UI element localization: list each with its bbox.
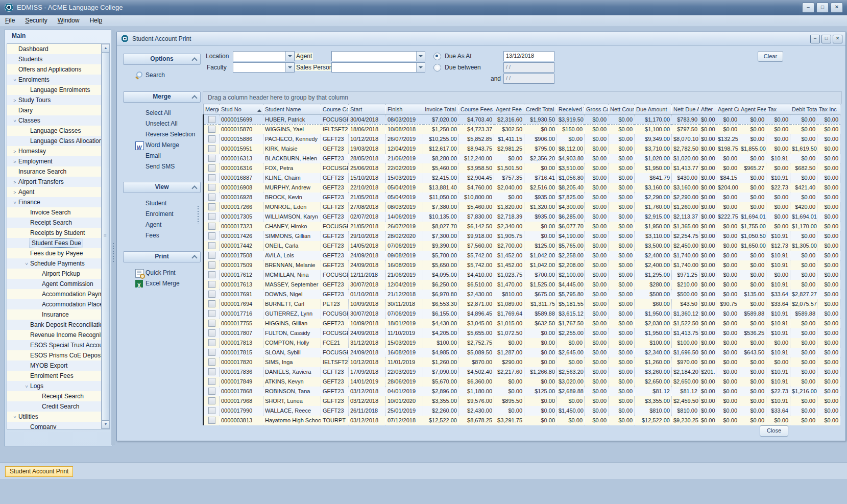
column-header-tax-inc[interactable]: Tax Inc [817,104,840,115]
table-row[interactable]: 0000017694BURNETT, CarlPET2310/09/201830… [204,299,840,309]
sidebar-item-enrolment-fees[interactable]: Enrolment Fees [7,371,102,381]
collapse-icon[interactable]: > [21,260,32,268]
sidebar-item-logs[interactable]: >Logs [7,381,102,391]
merge-item-email[interactable]: Email [123,151,201,161]
collapse-icon[interactable]: > [10,199,20,206]
clear-button[interactable]: Clear [758,51,783,62]
sidebar-item-bank-deposit-reconciliation[interactable]: Bank Deposit Reconciliation [7,320,102,330]
column-header-student-name[interactable]: Student Name [263,104,321,115]
sidebar-item-myob-export[interactable]: MYOB Export [7,361,102,371]
menu-help[interactable]: Help [84,15,107,24]
table-row[interactable]: 0000017305WILLIAMSON, KarynGEFT2302/07/2… [204,212,840,222]
panel-splitter-grip[interactable] [198,206,199,224]
sales-person-dropdown-icon[interactable] [416,63,425,72]
panel-options-header[interactable]: Options [123,54,201,65]
table-row[interactable]: 0000017508AVILA, LoisGEFT2324/09/201809/… [204,251,840,260]
due-as-at-date[interactable]: 13/12/2018 [503,51,554,61]
table-row[interactable]: 0000015886PACHECO, KennedyGEFT2310/12/20… [204,134,840,144]
tab-student-account-print[interactable]: Student Account Print [5,466,73,477]
print-item-quick-print[interactable]: Quick Print [123,268,201,278]
sidebar-item-credit-search[interactable]: Credit Search [7,401,102,412]
sidebar-item-language-enrolments[interactable]: Language Enrolments [7,85,102,95]
sidebar-item-esos-prisms-coe-deposit-export[interactable]: ESOS Prisms CoE Deposit Export [7,350,102,361]
column-header-nett-cours[interactable]: Nett Cours [609,104,635,115]
merge-checkbox[interactable] [208,252,215,259]
scroll-up-icon[interactable]: ▲ [102,44,110,53]
sidebar-item-receipt-search[interactable]: Receipt Search [7,391,102,401]
print-item-excel-merge[interactable]: Excel Merge [123,278,201,289]
merge-checkbox[interactable] [208,368,215,375]
merge-checkbox[interactable] [208,388,215,395]
merge-checkbox[interactable] [208,339,215,346]
column-header-agent-cr[interactable]: Agent Cr [716,104,739,115]
column-header-agent-fee[interactable]: Agent Fee [494,104,524,115]
table-row[interactable]: 0000016928BROCK, KevinGEFT2321/05/201805… [204,193,840,202]
view-item-enrolment[interactable]: Enrolment [123,209,201,220]
column-header-course-fees[interactable]: Course Fees [459,104,494,115]
group-by-bar[interactable]: Drag a column header here to group by th… [203,91,842,104]
table-row[interactable]: 0000017868ROBINSON, TanaGEFT2303/12/2018… [204,387,840,396]
scroll-thumb[interactable] [102,52,110,421]
merge-checkbox[interactable] [208,310,215,317]
expand-icon[interactable]: > [11,147,18,156]
table-row[interactable]: 0000017691DOWNS, NigelGEFT2301/10/201821… [204,290,840,299]
sidebar-item-company[interactable]: Company [7,422,102,429]
sidebar-item-receipt-search[interactable]: Receipt Search [7,218,102,228]
column-header-merge[interactable]: Merge [204,104,220,115]
merge-checkbox[interactable] [208,203,215,210]
table-row[interactable]: 0000017968SHORT, LuneaGEFT2303/12/201810… [204,396,840,406]
expand-icon[interactable]: > [11,177,18,187]
merge-checkbox[interactable] [208,126,215,133]
sidebar-item-homestay[interactable]: >Homestay [7,146,102,156]
sidebar-item-schedule-payments[interactable]: >Schedule Payments [7,258,102,269]
merge-checkbox[interactable] [208,329,215,337]
child-maximize-icon[interactable]: □ [821,35,831,43]
column-header-nett-due-a[interactable]: Nett Due A [672,104,699,115]
merge-item-unselect-all[interactable]: Unselect All [123,118,201,129]
sidebar-item-dashboard[interactable]: Dashboard [7,44,102,54]
table-row[interactable]: 0000017442ONEIL, CarlaGEFT2314/05/201807… [204,241,840,251]
merge-checkbox[interactable] [208,349,215,356]
table-row[interactable]: 0000017266MONROE, EdenGEFT2327/08/201808… [204,202,840,212]
table-row[interactable]: 0000003813Hayatomo High SchoolTOURPT03/1… [204,416,840,425]
sales-person-select[interactable] [331,62,425,73]
merge-checkbox[interactable] [208,271,215,278]
close-icon[interactable]: ✕ [831,3,843,13]
table-row[interactable]: 0000017990WALLACE, ReeceGEFT2326/11/2018… [204,406,840,416]
merge-checkbox[interactable] [208,223,215,230]
sidebar-item-receipts-by-student[interactable]: Receipts by Student [7,228,102,238]
table-row[interactable]: 0000016887KLINE, ChaimGEFT2315/10/201815… [204,173,840,183]
sidebar-item-airport-transfers[interactable]: >Airport Transfers [7,177,102,187]
column-header-course-co[interactable]: Course Co [321,104,349,115]
merge-item-reverse-selection[interactable]: Reverse Selection [123,129,201,140]
sidebar-item-airport-pickup[interactable]: Airport Pickup [7,269,102,279]
collapse-icon[interactable]: > [10,414,20,421]
faculty-dropdown-icon[interactable] [285,63,294,72]
child-minimize-icon[interactable]: – [810,35,820,43]
menu-file[interactable]: File [0,15,20,24]
column-header-due-amount[interactable]: Due Amount [635,104,672,115]
column-header-after[interactable]: After [699,104,716,115]
minimize-icon[interactable]: – [802,3,814,13]
menu-window[interactable]: Window [53,15,85,24]
merge-item-select-all[interactable]: Select All [123,108,201,118]
panel-view-header[interactable]: View [123,182,201,193]
merge-checkbox[interactable] [208,291,215,298]
merge-checkbox[interactable] [208,213,215,220]
merge-checkbox[interactable] [208,300,215,307]
expand-icon[interactable]: > [11,157,18,166]
table-row[interactable]: 0000017426SIMMONS, GillianGEFT2329/10/20… [204,231,840,241]
table-row[interactable]: 0000015870WIGGINS, YaelIELTSFT2018/06/20… [204,125,840,134]
table-row[interactable]: 0000017820SIMS, IngaIELTSFT2010/12/20181… [204,357,840,367]
table-row[interactable]: 0000016313BLACKBURN, HelenGEFT2328/05/20… [204,154,840,163]
sidebar-scrollbar[interactable]: ▲ ▼ [101,44,109,429]
table-row[interactable]: 0000017755HIGGINS, GillianGEFT2310/09/20… [204,319,840,328]
sidebar-item-fees-due-by-payee[interactable]: Fees due by Payee [7,248,102,258]
sidebar-item-agent-commission[interactable]: Agent Commission [7,279,102,289]
view-item-fees[interactable]: Fees [123,230,201,241]
sidebar-item-utilities[interactable]: >Utilities [7,412,102,422]
merge-checkbox[interactable] [208,397,215,404]
collapse-icon[interactable]: > [10,77,20,84]
merge-checkbox[interactable] [208,281,215,288]
sidebar-item-classes[interactable]: >Classes [7,115,102,126]
